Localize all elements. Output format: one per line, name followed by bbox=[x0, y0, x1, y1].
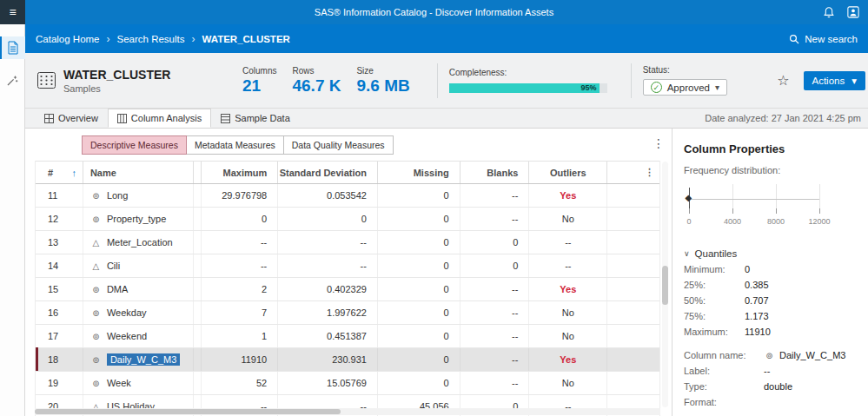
frequency-distribution-chart: ◆ 0 4000 8000 12000 bbox=[684, 184, 845, 234]
vertical-scrollbar[interactable] bbox=[662, 162, 668, 407]
quantiles-title: Quantiles bbox=[695, 248, 738, 259]
more-options-icon[interactable]: ⋮ bbox=[653, 136, 665, 150]
quantile-value: 0 bbox=[745, 264, 750, 274]
main-menu-button[interactable]: ≡ bbox=[0, 0, 25, 24]
character-column-icon: △ bbox=[90, 261, 102, 271]
column-properties-list: Column name: ⊚ Daily_W_C_M3 Label: -- Ty… bbox=[684, 350, 859, 407]
header-divider bbox=[437, 63, 438, 98]
header-outliers[interactable]: Outliers bbox=[529, 162, 607, 183]
header-blanks[interactable]: Blanks bbox=[461, 162, 530, 183]
header-std-deviation[interactable]: Standard Deviation bbox=[278, 162, 378, 183]
breadcrumb-item-catalog-home[interactable]: Catalog Home bbox=[36, 34, 100, 44]
header-row-number[interactable]: # ↑ bbox=[36, 162, 83, 183]
blanks-cell: -- bbox=[461, 208, 530, 230]
quantile-label: 75%: bbox=[684, 311, 745, 321]
frequency-distribution-label: Frequency distribution: bbox=[684, 165, 859, 175]
name-cell[interactable]: ⊚Weekend bbox=[83, 325, 194, 347]
tab-column-analysis[interactable]: Column Analysis bbox=[108, 109, 211, 128]
numeric-column-icon: ⊚ bbox=[90, 308, 102, 318]
missing-cell: 0 bbox=[378, 254, 461, 277]
blanks-cell: 0 bbox=[461, 231, 530, 254]
header-name[interactable]: Name bbox=[83, 162, 194, 183]
actions-button[interactable]: Actions ▾ bbox=[804, 71, 866, 90]
horizontal-scrollbar[interactable] bbox=[35, 408, 660, 415]
breadcrumb-item-search-results[interactable]: Search Results bbox=[117, 34, 185, 44]
sidebar-item-discover[interactable] bbox=[0, 69, 25, 92]
table-row[interactable]: 15 ⊚DMA 2 0.402329 0 -- Yes bbox=[36, 278, 659, 301]
name-cell[interactable]: ⊚Property_type bbox=[83, 208, 194, 230]
property-row: Label: -- bbox=[684, 366, 859, 376]
outliers-cell: -- bbox=[529, 231, 607, 254]
name-cell[interactable]: △Cili bbox=[83, 254, 194, 277]
maximum-cell: 29.976798 bbox=[202, 184, 278, 207]
search-icon bbox=[789, 34, 799, 44]
name-cell[interactable]: ⊚Weekday bbox=[83, 301, 194, 324]
table-row[interactable]: 14 △Cili -- -- 0 0 -- bbox=[36, 254, 659, 278]
chip-data-quality-measures[interactable]: Data Quality Measures bbox=[283, 135, 394, 155]
discover-wand-icon bbox=[6, 75, 18, 87]
std-deviation-cell: 230.931 bbox=[278, 348, 378, 371]
quantile-row: 25%: 0.385 bbox=[684, 280, 859, 290]
name-cell[interactable]: ⊚Long bbox=[83, 184, 194, 207]
chevron-down-icon: ▾ bbox=[715, 83, 719, 92]
tab-overview[interactable]: Overview bbox=[35, 109, 108, 128]
chip-metadata-measures[interactable]: Metadata Measures bbox=[186, 135, 284, 155]
vertical-scrollbar-thumb[interactable] bbox=[662, 266, 668, 305]
completeness-fill: 95% bbox=[449, 83, 600, 93]
missing-cell: 0 bbox=[378, 325, 461, 347]
maximum-cell: 7 bbox=[202, 301, 278, 324]
chevron-down-icon: ∨ bbox=[684, 249, 690, 258]
tab-sample-data[interactable]: Sample Data bbox=[211, 109, 300, 128]
chevron-down-icon: ▾ bbox=[851, 75, 857, 87]
missing-cell: 0 bbox=[378, 184, 461, 207]
table-row[interactable]: 17 ⊚Weekend 1 0.451387 0 -- No bbox=[36, 325, 659, 348]
table-row[interactable]: 16 ⊚Weekday 7 1.997622 0 -- No bbox=[36, 301, 659, 325]
row-number: 16 bbox=[36, 301, 83, 324]
sort-ascending-icon[interactable]: ↑ bbox=[71, 168, 76, 178]
blanks-cell: -- bbox=[461, 278, 530, 300]
sidebar-item-catalog[interactable] bbox=[0, 36, 25, 59]
quantile-row: 75%: 1.173 bbox=[684, 311, 859, 321]
new-search-button[interactable]: New search bbox=[789, 34, 858, 44]
name-cell[interactable]: ⊚Daily_W_C_M3 bbox=[83, 348, 194, 371]
asset-title: WATER_CLUSTER bbox=[63, 68, 170, 82]
quantile-row: Minimum: 0 bbox=[684, 264, 859, 274]
outliers-cell: Yes bbox=[529, 184, 607, 207]
numeric-column-icon: ⊚ bbox=[90, 285, 102, 294]
missing-cell: 0 bbox=[378, 301, 461, 324]
table-header-options-icon[interactable]: ⋮ bbox=[607, 162, 659, 183]
chip-descriptive-measures[interactable]: Descriptive Measures bbox=[82, 135, 187, 155]
name-cell[interactable]: ⊚Week bbox=[83, 372, 194, 394]
status-dropdown[interactable]: ✓ Approved ▾ bbox=[643, 79, 727, 96]
axis-tick-label: 0 bbox=[686, 217, 691, 226]
maximum-cell: -- bbox=[202, 231, 278, 254]
table-row-selected[interactable]: 18 ⊚Daily_W_C_M3 11910 230.931 0 -- Yes bbox=[36, 348, 659, 372]
table-row[interactable]: 13 △Meter_Location -- -- 0 0 -- bbox=[36, 231, 659, 254]
header-missing[interactable]: Missing bbox=[378, 162, 461, 183]
notifications-bell-icon[interactable] bbox=[823, 6, 835, 19]
name-cell[interactable]: △Meter_Location bbox=[83, 231, 194, 254]
table-row[interactable]: 11 ⊚Long 29.976798 0.053542 0 -- Yes bbox=[36, 184, 659, 208]
chart-range-line bbox=[689, 199, 819, 200]
quantiles-section-toggle[interactable]: ∨ Quantiles bbox=[684, 248, 859, 259]
table-row[interactable]: 19 ⊚Week 52 15.05769 0 -- No bbox=[36, 372, 659, 395]
sample-data-tab-icon bbox=[221, 114, 230, 123]
breadcrumb-item-current: WATER_CLUSTER bbox=[202, 34, 290, 44]
row-number: 17 bbox=[36, 325, 83, 347]
user-account-icon[interactable] bbox=[847, 6, 859, 18]
stat-label: Size bbox=[356, 66, 409, 76]
header-maximum[interactable]: Maximum bbox=[202, 162, 278, 183]
header-divider bbox=[631, 63, 632, 98]
row-number: 19 bbox=[36, 372, 83, 394]
quantile-label: 25%: bbox=[684, 280, 745, 290]
name-cell[interactable]: ⊚DMA bbox=[83, 278, 194, 300]
std-deviation-cell: 15.05769 bbox=[278, 372, 378, 394]
column-analysis-tab-icon bbox=[117, 114, 127, 123]
table-row[interactable]: 12 ⊚Property_type 0 0 0 -- No bbox=[36, 208, 659, 231]
column-name: Property_type bbox=[107, 214, 166, 224]
row-number: 11 bbox=[36, 184, 83, 207]
favorite-star-icon[interactable]: ☆ bbox=[777, 72, 789, 89]
horizontal-scrollbar-thumb[interactable] bbox=[35, 409, 341, 414]
quantile-value: 1.173 bbox=[745, 311, 769, 321]
outliers-cell: No bbox=[529, 301, 607, 324]
